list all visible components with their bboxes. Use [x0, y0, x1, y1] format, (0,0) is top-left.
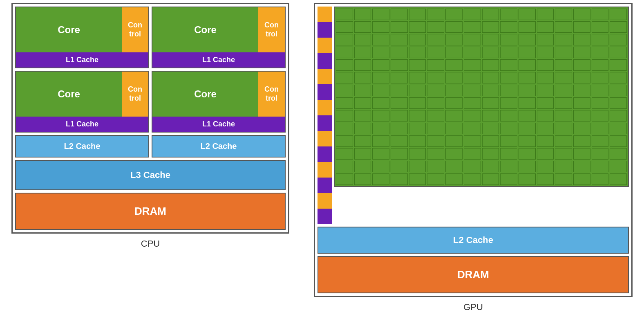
gpu-core-cell: [372, 123, 389, 134]
gpu-core-cell: [354, 21, 371, 33]
gpu-core-cell: [519, 97, 536, 109]
gpu-core-cell: [409, 34, 426, 45]
gpu-core-cell: [336, 161, 353, 172]
gpu-core-cell: [409, 161, 426, 172]
cpu-core-1-main: Core: [16, 7, 122, 52]
gpu-core-cell: [537, 135, 554, 147]
gpu-core-cell: [519, 72, 536, 83]
gpu-core-cell: [445, 123, 463, 134]
gpu-core-cell: [592, 47, 609, 58]
gpu-core-cell: [464, 34, 481, 45]
gpu-core-cell: [573, 161, 590, 172]
cpu-core-2-main: Core: [152, 7, 258, 52]
gpu-core-cell: [464, 59, 481, 71]
gpu-core-cell: [482, 47, 499, 58]
gpu-core-cell: [409, 21, 426, 33]
gpu-core-cell: [592, 59, 609, 71]
cpu-l2-row: L2 Cache L2 Cache: [15, 135, 286, 158]
cpu-core-4-main: Core: [152, 72, 258, 117]
gpu-sidebar-stripe: [318, 22, 332, 38]
cpu-l2-cache-1: L2 Cache: [15, 135, 149, 158]
gpu-core-cell: [482, 123, 499, 134]
gpu-core-cell: [500, 148, 517, 160]
gpu-core-cell: [427, 34, 444, 45]
gpu-core-cell: [464, 173, 481, 185]
gpu-core-cell: [336, 135, 353, 147]
gpu-core-cell: [464, 85, 481, 96]
gpu-core-cell: [573, 97, 590, 109]
gpu-core-cell: [555, 148, 572, 160]
gpu-core-cell: [427, 72, 444, 83]
gpu-core-cell: [427, 59, 444, 71]
gpu-core-cell: [537, 9, 554, 20]
gpu-core-cell: [372, 34, 389, 45]
gpu-sidebar-stripe: [318, 146, 332, 162]
gpu-core-cell: [482, 72, 499, 83]
gpu-core-cell: [409, 85, 426, 96]
gpu-core-cell: [391, 173, 408, 185]
gpu-core-cell: [391, 72, 408, 83]
gpu-sidebar-stripe: [318, 178, 332, 193]
gpu-core-cell: [336, 47, 353, 58]
gpu-core-cell: [372, 85, 389, 96]
gpu-core-cell: [573, 110, 590, 122]
gpu-core-cell: [372, 97, 389, 109]
gpu-core-cell: [354, 123, 371, 134]
gpu-core-cell: [354, 97, 371, 109]
gpu-sidebar-stripe: [318, 84, 332, 100]
gpu-core-cell: [610, 47, 627, 58]
gpu-core-cell: [391, 34, 408, 45]
gpu-core-cell: [592, 161, 609, 172]
gpu-core-cell: [336, 59, 353, 71]
cpu-cores-top-row: Core Control L1 Cache Core Control L1 Ca…: [15, 7, 286, 68]
gpu-sidebar-stripe: [318, 7, 332, 22]
gpu-core-cell: [573, 34, 590, 45]
gpu-core-cell: [519, 59, 536, 71]
gpu-core-cell: [519, 47, 536, 58]
gpu-sidebar-stripe: [318, 209, 332, 224]
gpu-core-cell: [464, 97, 481, 109]
gpu-core-cell: [427, 85, 444, 96]
gpu-core-cell: [537, 72, 554, 83]
gpu-core-cell: [464, 72, 481, 83]
cpu-core-2: Core Control L1 Cache: [152, 7, 286, 68]
gpu-core-cell: [354, 148, 371, 160]
gpu-core-cell: [482, 21, 499, 33]
gpu-core-cell: [354, 135, 371, 147]
gpu-core-cell: [372, 110, 389, 122]
gpu-core-cell: [464, 47, 481, 58]
gpu-core-cell: [336, 148, 353, 160]
gpu-core-cell: [592, 173, 609, 185]
gpu-core-cell: [445, 9, 463, 20]
gpu-core-cell: [445, 135, 463, 147]
gpu-core-cell: [610, 34, 627, 45]
gpu-core-cell: [592, 110, 609, 122]
gpu-core-cell: [537, 148, 554, 160]
cpu-core-4-top: Core Control: [152, 72, 285, 117]
gpu-core-cell: [464, 9, 481, 20]
gpu-core-cell: [519, 9, 536, 20]
gpu-core-cell: [610, 148, 627, 160]
gpu-core-cell: [391, 161, 408, 172]
gpu-core-cell: [427, 47, 444, 58]
gpu-sidebar-stripe: [318, 100, 332, 115]
gpu-core-cell: [445, 148, 463, 160]
gpu-core-cell: [537, 47, 554, 58]
gpu-core-cell: [409, 97, 426, 109]
cpu-diagram: Core Control L1 Cache Core Control L1 Ca…: [11, 3, 289, 249]
gpu-core-cell: [336, 85, 353, 96]
gpu-label: GPU: [463, 302, 483, 313]
gpu-core-cell: [482, 34, 499, 45]
gpu-core-cell: [464, 110, 481, 122]
gpu-core-cell: [610, 59, 627, 71]
gpu-core-cell: [445, 110, 463, 122]
gpu-core-cell: [555, 161, 572, 172]
gpu-core-cell: [610, 97, 627, 109]
gpu-core-cell: [427, 21, 444, 33]
gpu-core-cell: [409, 72, 426, 83]
gpu-diagram: L2 Cache DRAM GPU: [314, 3, 633, 313]
gpu-core-cell: [354, 85, 371, 96]
gpu-core-cell: [427, 9, 444, 20]
gpu-core-cell: [427, 110, 444, 122]
cpu-core-3-top: Core Control: [16, 72, 148, 117]
